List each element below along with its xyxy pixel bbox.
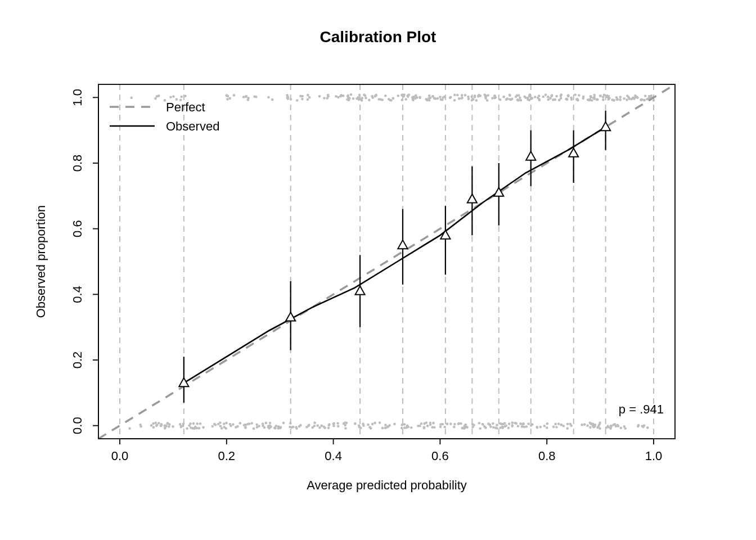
rug-point	[345, 421, 348, 424]
rug-point	[641, 98, 644, 101]
rug-point	[557, 422, 560, 425]
rug-point	[485, 96, 488, 98]
rug-point	[555, 426, 558, 429]
rug-point	[508, 98, 511, 101]
rug-point	[371, 423, 374, 426]
rug-point	[337, 96, 340, 99]
rug-point	[506, 97, 509, 100]
rug-point	[602, 96, 605, 98]
y-tick-label: 0.0	[70, 417, 84, 434]
rug-point	[388, 424, 391, 427]
rug-point	[298, 425, 301, 428]
chart-title: Calibration Plot	[320, 28, 436, 46]
rug-point	[392, 97, 395, 100]
rug-point	[232, 423, 235, 426]
rug-point	[521, 425, 524, 428]
rug-point	[598, 421, 601, 424]
rug-point	[223, 422, 226, 425]
rug-point	[380, 98, 382, 101]
rug-point	[439, 423, 442, 426]
rug-point	[196, 422, 199, 425]
y-tick-label: 1.0	[70, 89, 84, 106]
rug-point	[384, 94, 387, 97]
rug-point	[425, 421, 428, 424]
rug-point	[482, 423, 484, 426]
y-tick-label: 0.2	[70, 352, 84, 369]
rug-point	[415, 94, 417, 97]
rug-point	[472, 98, 475, 101]
rug-point	[226, 94, 229, 97]
rug-point	[428, 99, 431, 102]
rug-point	[619, 96, 622, 98]
rug-point	[566, 422, 569, 425]
rug-point	[224, 427, 227, 430]
rug-point	[552, 426, 555, 429]
rug-point	[530, 424, 533, 427]
rug-point	[337, 425, 340, 428]
rug-point	[400, 98, 403, 101]
rug-point	[358, 424, 361, 427]
rug-point	[492, 422, 494, 425]
observed-point	[398, 240, 407, 249]
rug-point	[467, 96, 470, 98]
rug-point	[487, 422, 490, 425]
rug-point	[501, 426, 503, 429]
rug-point	[400, 424, 403, 426]
rug-point	[606, 425, 609, 428]
rug-point	[547, 98, 550, 101]
rug-point	[307, 94, 309, 97]
rug-point	[336, 422, 339, 425]
rug-point	[321, 424, 323, 427]
rug-point	[606, 94, 609, 97]
rug-point	[511, 425, 514, 428]
rug-point	[562, 425, 565, 428]
rug-point	[140, 425, 142, 428]
rug-point	[474, 94, 476, 97]
rug-point	[565, 97, 568, 100]
rug-point	[346, 98, 349, 101]
rug-point	[439, 425, 442, 428]
y-tick-label: 0.6	[70, 220, 84, 237]
rug-point	[644, 94, 647, 97]
rug-point	[199, 422, 202, 425]
y-axis-label: Observed proportion	[34, 205, 48, 318]
rug-point	[332, 425, 335, 428]
rug-point	[166, 422, 169, 425]
x-axis-label: Average predicted probability	[307, 478, 467, 492]
rug-point	[156, 95, 159, 98]
x-tick-label: 0.6	[431, 449, 449, 463]
rug-point	[470, 96, 473, 98]
p-value-annotation: p = .941	[619, 402, 664, 416]
rug-point	[282, 422, 285, 425]
rug-point	[486, 99, 489, 102]
rug-point	[502, 96, 505, 98]
rug-point	[220, 427, 223, 430]
rug-point	[578, 94, 580, 97]
rug-point	[328, 423, 331, 426]
rug-point	[466, 426, 469, 429]
rug-point	[417, 425, 420, 428]
rug-point	[570, 96, 573, 99]
rug-point	[228, 97, 231, 100]
rug-point	[536, 426, 538, 429]
rug-point	[311, 426, 314, 429]
rug-point	[546, 422, 549, 425]
rug-point	[358, 94, 361, 97]
rug-point	[612, 424, 615, 426]
calibration-plot-svg: Calibration Plot Average predicted proba…	[0, 0, 756, 540]
rug-point	[449, 97, 452, 100]
rug-point	[566, 94, 569, 97]
rug-point	[527, 422, 530, 425]
rug-point	[446, 422, 449, 425]
rug-point	[519, 97, 521, 100]
legend: PerfectObserved	[110, 100, 219, 133]
rug-point	[265, 422, 268, 425]
rug-point	[525, 425, 528, 428]
rug-point	[277, 427, 280, 430]
rug-point	[186, 427, 188, 430]
legend-perfect-label: Perfect	[166, 100, 205, 114]
rug-point	[569, 422, 572, 425]
plot-area	[98, 84, 675, 439]
rug-point	[258, 425, 260, 428]
rug-point	[504, 425, 507, 428]
